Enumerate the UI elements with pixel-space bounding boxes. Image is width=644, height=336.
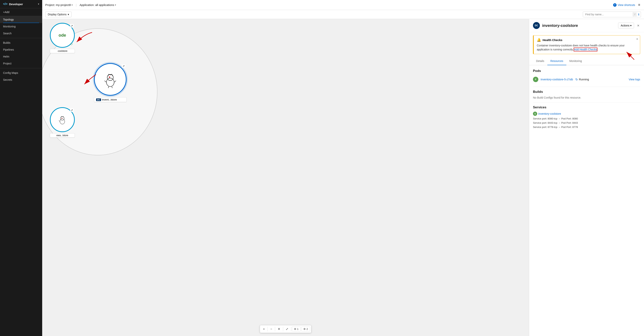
node-main-circle[interactable]: [94, 63, 126, 96]
application-selector[interactable]: Application: all applications ▾: [80, 3, 116, 6]
service-badge: S: [533, 112, 537, 116]
display-options-chevron-icon: ▾: [68, 13, 69, 16]
sidebar-item-builds[interactable]: Builds: [0, 39, 42, 46]
zoom-divider-2: [275, 327, 275, 332]
annotation-box: Add Health Checks: [574, 48, 597, 51]
sidebar-header[interactable]: </> Developer ▾: [0, 0, 42, 8]
node-bottom-label: ewa...lstore: [50, 133, 75, 138]
display-options-button[interactable]: Display Options ▾: [45, 12, 72, 17]
node-main-external-link-icon[interactable]: ↗: [122, 64, 126, 68]
side-panel-close-button[interactable]: ×: [636, 23, 640, 28]
topology-area: ode ⬡ ↗ -coolstore: [42, 19, 644, 336]
resources-content: Pods P inventory-coolstore-5-z7stb ↻ Run…: [529, 65, 644, 136]
section-divider-1: [533, 87, 640, 87]
view-logs-link[interactable]: View logs: [629, 78, 640, 81]
zoom-in-button[interactable]: +: [261, 326, 266, 332]
health-alert-title: Health Checks: [542, 38, 562, 42]
find-info-icon[interactable]: ℹ: [637, 12, 641, 17]
actions-chevron-icon: ▾: [630, 24, 632, 27]
sidebar-item-monitoring[interactable]: Monitoring: [0, 23, 42, 30]
node-top: ode ⬡ ↗ -coolstore: [50, 23, 75, 53]
node-main-dc-badge: DC: [96, 98, 101, 101]
sidebar-item-project[interactable]: Project: [0, 60, 42, 67]
side-panel-dc-badge: DC: [533, 22, 540, 29]
actions-button[interactable]: Actions ▾: [618, 23, 634, 28]
secondbar: Display Options ▾ / ℹ: [42, 10, 644, 19]
topbar-divider: |: [76, 4, 76, 6]
svg-point-3: [109, 76, 110, 78]
node-main: ↗ DC invent...lstore: [94, 63, 126, 102]
topology-canvas[interactable]: ode ⬡ ↗ -coolstore: [42, 19, 529, 336]
sidebar-item-secrets[interactable]: Secrets: [0, 76, 42, 83]
side-panel: DC inventory-coolstore Actions ▾ × 🔔 Hea…: [529, 19, 644, 336]
builds-section-title: Builds: [533, 90, 640, 94]
zoom-group1-button[interactable]: ⚙ 1: [292, 326, 300, 332]
node-main-label-text: invent...lstore: [102, 98, 117, 101]
service-port-3: Service port: 8778-tcp → Pod Port: 8778: [533, 125, 640, 129]
hamburger-menu-button[interactable]: ≡: [637, 2, 641, 8]
pod-link[interactable]: inventory-coolstore-5-z7stb: [541, 78, 573, 81]
zoom-reset-icon: ✕: [278, 327, 280, 331]
sidebar-divider: [0, 38, 42, 38]
help-icon: ?: [613, 3, 616, 7]
display-options-label: Display Options: [48, 13, 66, 16]
zoom-reset-button[interactable]: ✕: [276, 326, 282, 332]
slash-shortcut: /: [633, 12, 637, 16]
zoom-fit-button[interactable]: ⤢: [284, 326, 290, 332]
pods-row: P inventory-coolstore-5-z7stb ↻ Running …: [533, 75, 640, 84]
svg-point-10: [62, 118, 62, 119]
service-link[interactable]: S inventory-coolstore: [533, 112, 640, 116]
node-bottom: ↗ ewa...lstore: [50, 107, 75, 138]
find-by-name-input-wrapper: / ℹ: [583, 12, 641, 17]
zoom-out-icon: −: [270, 327, 272, 331]
project-label: Project: my-project8: [45, 3, 71, 6]
tab-details[interactable]: Details: [533, 57, 547, 65]
health-alert-close-button[interactable]: ×: [636, 38, 638, 41]
sidebar-item-topology[interactable]: Topology: [0, 16, 42, 23]
sidebar-item-config-maps[interactable]: Config Maps: [0, 70, 42, 76]
svg-line-7: [112, 86, 112, 88]
svg-line-11: [59, 120, 60, 122]
service-item: S inventory-coolstore Service port: 8080…: [533, 112, 640, 129]
svg-line-6: [108, 86, 109, 88]
pod-status-text: Running: [579, 78, 589, 81]
node-main-label: DC invent...lstore: [94, 97, 126, 102]
sidebar-divider-2: [0, 68, 42, 68]
view-shortcuts-button[interactable]: ? View shortcuts: [613, 3, 635, 7]
sync-icon: ↻: [575, 78, 578, 81]
shortcuts-label: View shortcuts: [618, 4, 635, 6]
add-button[interactable]: +Add: [0, 8, 42, 16]
node-bottom-external-link-icon[interactable]: ↗: [70, 108, 74, 112]
hamburger-icon: ≡: [638, 3, 640, 7]
zoom-group2-icon: ⚙: [304, 328, 306, 330]
sidebar-item-search[interactable]: Search: [0, 30, 42, 37]
application-label: Application: all applications: [80, 3, 114, 6]
no-builds-text: No Build Configs found for this resource…: [533, 96, 640, 99]
node-top-external-link-icon[interactable]: ↗: [70, 24, 74, 28]
zoom-out-button[interactable]: −: [268, 326, 274, 332]
annotation-arrow-sidebar: [73, 30, 96, 46]
svg-line-5: [114, 81, 116, 82]
actions-label: Actions: [620, 24, 630, 27]
side-panel-title: inventory-coolstore: [542, 24, 616, 28]
tab-resources[interactable]: Resources: [547, 57, 566, 65]
find-by-name-input[interactable]: [583, 12, 633, 17]
add-health-checks-link[interactable]: Add Health Checks: [574, 48, 597, 51]
zoom-group2-label: 2: [306, 328, 308, 330]
health-alert-message: Container inventory-coolstore does not h…: [537, 44, 637, 52]
pods-section-title: Pods: [533, 69, 640, 73]
zoom-group1-label: 1: [297, 328, 298, 330]
zoom-fit-icon: ⤢: [286, 327, 288, 331]
node-bottom-wildfly-icon: [58, 114, 67, 126]
side-panel-tabs: Details Resources Monitoring: [529, 57, 644, 65]
zoom-group2-button[interactable]: ⚙ 2: [301, 326, 310, 332]
service-link-text: inventory-coolstore: [538, 112, 561, 115]
sidebar-chevron-icon: ▾: [38, 3, 39, 5]
project-selector[interactable]: Project: my-project8 ▾: [45, 3, 73, 6]
zoom-controls: + − ✕ ⤢ ⚙ 1 ⚙: [260, 325, 311, 333]
developer-icon: </>: [3, 2, 8, 6]
pod-badge: P: [533, 77, 538, 82]
sidebar-item-pipelines[interactable]: Pipelines: [0, 46, 42, 53]
tab-monitoring[interactable]: Monitoring: [566, 57, 585, 65]
sidebar-item-helm[interactable]: Helm: [0, 53, 42, 60]
